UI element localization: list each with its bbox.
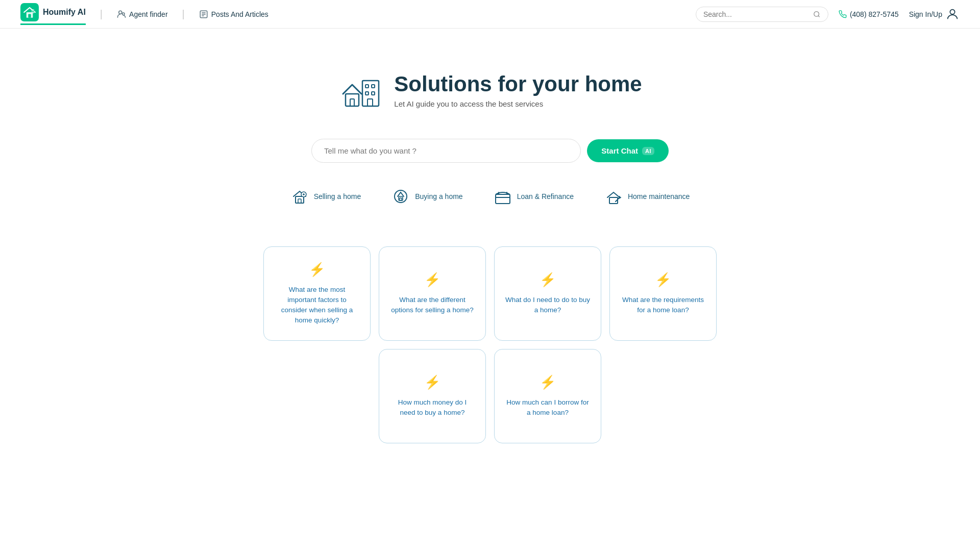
nav-right: (408) 827-5745 Sign In/Up xyxy=(696,7,960,22)
agent-finder-label: Agent finder xyxy=(129,10,168,18)
svg-rect-18 xyxy=(365,85,369,88)
ai-badge: AI xyxy=(642,147,654,155)
svg-rect-19 xyxy=(372,85,375,88)
hero-section: Solutions for your home Let AI guide you… xyxy=(0,29,980,226)
loan-label: Loan & Refinance xyxy=(517,192,574,201)
selling-label: Selling a home xyxy=(314,192,361,201)
cards-row-1: ⚡ What are the most important factors to… xyxy=(263,246,717,341)
svg-rect-27 xyxy=(399,196,403,201)
category-tabs: Selling a home Buying a home Loan & Refi… xyxy=(290,187,690,206)
posts-articles-label: Posts And Articles xyxy=(211,10,268,18)
lightning-icon-3: ⚡ xyxy=(540,272,556,288)
svg-rect-15 xyxy=(346,94,359,106)
start-chat-label: Start Chat xyxy=(601,146,638,155)
card-text-2: What are the different options for selli… xyxy=(389,295,475,316)
search-input[interactable] xyxy=(703,10,810,18)
phone-link[interactable]: (408) 827-5745 xyxy=(839,10,899,18)
hero-text-block: Solutions for your home Let AI guide you… xyxy=(394,72,642,108)
sign-in-link[interactable]: Sign In/Up xyxy=(909,7,960,21)
svg-rect-29 xyxy=(496,194,510,204)
svg-rect-16 xyxy=(350,99,354,106)
user-icon xyxy=(945,7,960,21)
search-icon xyxy=(813,10,820,18)
card-2[interactable]: ⚡ What are the different options for sel… xyxy=(379,246,486,341)
card-text-6: How much can I borrow for a home loan? xyxy=(505,397,591,418)
cards-row-2: ⚡ How much money do I need to buy a home… xyxy=(379,349,601,443)
hero-icon xyxy=(338,69,384,110)
svg-rect-24 xyxy=(298,199,301,203)
agent-finder-link[interactable]: Agent finder xyxy=(117,10,168,19)
agent-finder-icon xyxy=(117,10,126,19)
selling-icon xyxy=(290,187,309,206)
hero-subtitle: Let AI guide you to access the best serv… xyxy=(394,99,642,108)
logo-link[interactable]: Houmify AI xyxy=(20,3,86,25)
category-tab-selling[interactable]: Selling a home xyxy=(290,187,361,206)
card-text-4: What are the requirements for a home loa… xyxy=(620,295,706,316)
svg-rect-20 xyxy=(365,92,369,95)
start-chat-button[interactable]: Start Chat AI xyxy=(587,139,669,162)
logo-text: Houmify AI xyxy=(43,8,86,17)
svg-rect-22 xyxy=(368,99,373,106)
loan-icon xyxy=(494,187,512,206)
card-6[interactable]: ⚡ How much can I borrow for a home loan? xyxy=(494,349,601,443)
logo-icon xyxy=(20,3,39,21)
card-3[interactable]: ⚡ What do I need to do to buy a home? xyxy=(494,246,601,341)
svg-rect-3 xyxy=(32,10,34,13)
navbar: Houmify AI | Agent finder | Posts And Ar… xyxy=(0,0,980,29)
posts-articles-link[interactable]: Posts And Articles xyxy=(199,10,268,19)
main-search-input[interactable] xyxy=(311,139,581,163)
card-text-3: What do I need to do to buy a home? xyxy=(505,295,591,316)
lightning-icon-1: ⚡ xyxy=(309,262,325,278)
phone-icon xyxy=(839,10,847,18)
card-5[interactable]: ⚡ How much money do I need to buy a home… xyxy=(379,349,486,443)
svg-rect-21 xyxy=(372,92,375,95)
svg-rect-23 xyxy=(296,196,304,203)
lightning-icon-6: ⚡ xyxy=(540,374,556,390)
card-1[interactable]: ⚡ What are the most important factors to… xyxy=(263,246,371,341)
card-4[interactable]: ⚡ What are the requirements for a home l… xyxy=(609,246,717,341)
svg-line-13 xyxy=(818,15,820,17)
category-tab-buying[interactable]: Buying a home xyxy=(391,187,462,206)
hero-search-row: Start Chat AI xyxy=(311,139,669,163)
lightning-icon-4: ⚡ xyxy=(655,272,671,288)
category-tab-maintenance[interactable]: Home maintenance xyxy=(604,187,690,206)
buying-label: Buying a home xyxy=(415,192,462,201)
cards-section: ⚡ What are the most important factors to… xyxy=(0,226,980,464)
buying-icon xyxy=(391,187,410,206)
card-text-5: How much money do I need to buy a home? xyxy=(389,397,475,418)
maintenance-icon xyxy=(604,187,623,206)
svg-rect-17 xyxy=(362,81,379,106)
posts-icon xyxy=(199,10,208,19)
search-bar[interactable] xyxy=(696,7,828,22)
nav-divider: | xyxy=(100,8,103,20)
category-tab-loan[interactable]: Loan & Refinance xyxy=(494,187,574,206)
card-text-1: What are the most important factors to c… xyxy=(274,285,360,326)
phone-number: (408) 827-5745 xyxy=(850,10,899,18)
svg-rect-2 xyxy=(28,14,31,18)
svg-point-6 xyxy=(119,11,122,14)
hero-title: Solutions for your home xyxy=(394,72,642,96)
svg-point-12 xyxy=(814,11,819,16)
nav-divider-2: | xyxy=(182,8,185,20)
hero-logo-row: Solutions for your home Let AI guide you… xyxy=(338,69,642,110)
sign-in-label: Sign In/Up xyxy=(909,10,942,18)
svg-point-14 xyxy=(950,9,954,14)
svg-rect-28 xyxy=(400,198,402,201)
svg-point-7 xyxy=(122,13,125,15)
maintenance-label: Home maintenance xyxy=(628,192,690,201)
lightning-icon-5: ⚡ xyxy=(424,374,440,390)
lightning-icon-2: ⚡ xyxy=(424,272,440,288)
